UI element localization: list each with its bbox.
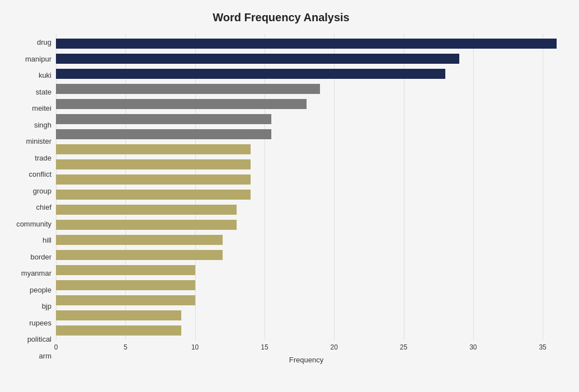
- bar-row: [56, 53, 557, 65]
- y-label: group: [33, 183, 51, 198]
- chart-area: drugmanipurkukistatemeiteisinghministert…: [6, 34, 557, 364]
- bar-row: [56, 324, 557, 337]
- bar: [56, 280, 195, 290]
- y-label: singh: [34, 117, 51, 132]
- y-label: kuki: [39, 68, 51, 83]
- bar-row: [56, 309, 557, 322]
- y-label: myanmar: [21, 266, 51, 281]
- bar: [56, 54, 459, 64]
- chart-title: Word Frequency Analysis: [6, 11, 557, 24]
- bar-row: [56, 98, 557, 110]
- y-label: minister: [26, 134, 51, 149]
- y-label: bjp: [42, 299, 51, 314]
- bars-and-grid: 05101520253035 Frequency: [56, 34, 557, 364]
- x-tick: 20: [331, 343, 338, 351]
- bar: [56, 129, 271, 139]
- y-label: manipur: [25, 51, 51, 66]
- x-tick: 0: [54, 343, 58, 351]
- y-label: people: [30, 282, 51, 297]
- bar-row: [56, 113, 557, 125]
- y-label: chief: [36, 200, 51, 215]
- grid-and-bars: [56, 34, 557, 340]
- chart-container: Word Frequency Analysis drugmanipurkukis…: [0, 0, 579, 392]
- bar-row: [56, 249, 557, 261]
- bar-row: [56, 264, 557, 276]
- bar-row: [56, 68, 557, 80]
- x-tick: 30: [469, 343, 477, 351]
- bar: [56, 220, 237, 230]
- y-label: conflict: [29, 167, 51, 182]
- bar: [56, 99, 307, 109]
- bar: [56, 84, 320, 94]
- bar: [56, 310, 181, 320]
- x-axis: 05101520253035: [56, 341, 557, 355]
- x-tick: 35: [539, 343, 546, 351]
- bar: [56, 265, 195, 275]
- bars-wrapper: [56, 34, 557, 340]
- bar: [56, 250, 223, 260]
- x-axis-label: Frequency: [56, 356, 557, 364]
- y-axis-labels: drugmanipurkukistatemeiteisinghministert…: [6, 34, 56, 364]
- bar-row: [56, 204, 557, 216]
- y-label: rupees: [29, 315, 51, 330]
- bar-row: [56, 83, 557, 95]
- bar-row: [56, 128, 557, 140]
- bar-row: [56, 158, 557, 171]
- bar: [56, 159, 251, 169]
- y-label: meitei: [32, 101, 51, 116]
- bar: [56, 235, 223, 245]
- bar-row: [56, 173, 557, 186]
- bar: [56, 325, 181, 336]
- y-label: hill: [43, 233, 51, 248]
- x-tick: 25: [400, 343, 407, 351]
- y-label: community: [16, 216, 51, 231]
- y-label: border: [30, 249, 51, 264]
- bar: [56, 114, 271, 124]
- bar-row: [56, 279, 557, 291]
- bar-row: [56, 234, 557, 246]
- y-label: state: [36, 84, 51, 99]
- y-label: drug: [37, 35, 51, 50]
- bar: [56, 69, 445, 79]
- x-tick: 10: [191, 343, 199, 351]
- bar: [56, 190, 251, 200]
- y-label: political: [27, 332, 51, 347]
- bar: [56, 205, 237, 215]
- bar: [56, 39, 557, 49]
- bar-row: [56, 143, 557, 155]
- bar: [56, 144, 251, 154]
- x-tick: 15: [261, 343, 268, 351]
- y-label: trade: [35, 150, 51, 165]
- bar: [56, 174, 251, 185]
- bar: [56, 295, 195, 305]
- bar-row: [56, 219, 557, 231]
- bar-row: [56, 188, 557, 201]
- bar-row: [56, 294, 557, 306]
- x-tick: 5: [124, 343, 128, 351]
- y-label: arm: [39, 348, 51, 363]
- bar-row: [56, 37, 557, 50]
